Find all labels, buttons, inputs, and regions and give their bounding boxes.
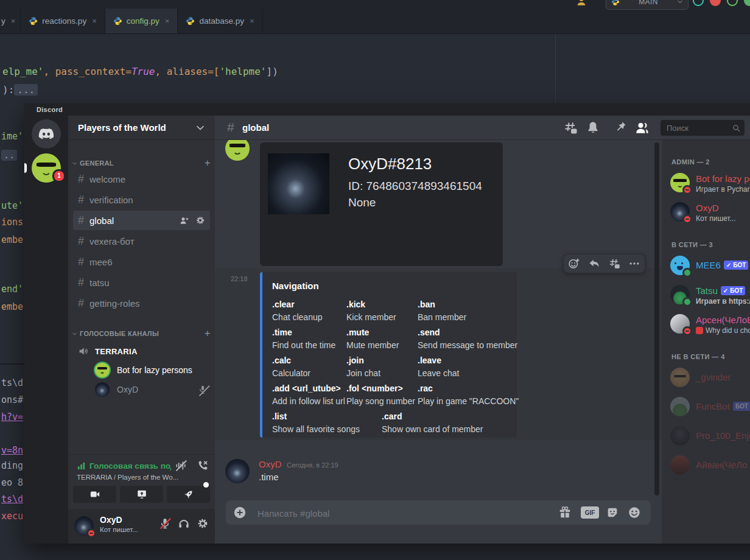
run-config-label: MAIN [625,0,672,6]
console-divider [0,363,24,365]
code-token: , aliases=[ [155,66,219,77]
search-input[interactable] [665,123,732,133]
voice-channel-name: TERRARIA [95,347,138,356]
channel-verification[interactable]: # verification [73,190,210,209]
tab-database[interactable]: database.py × [178,9,262,33]
member-row[interactable]: Bot for lazy pers Играет в Pycharm [667,170,750,197]
channel-name: global [89,215,114,226]
voice-user-bot[interactable]: Bot for lazy persons [95,362,192,379]
sticker-icon[interactable] [606,506,619,519]
voice-user-oxyd[interactable]: OxyD [95,381,208,398]
screenshare-button[interactable] [120,486,163,503]
ide-run-icon[interactable] [727,0,738,6]
category-label: GENERAL [80,159,114,167]
window-titlebar[interactable]: Discord [24,103,750,116]
chevron-down-icon [195,123,205,133]
video-button[interactable] [73,486,116,503]
notifications-icon[interactable] [586,121,600,135]
tab-config[interactable]: config.py × [105,9,178,33]
channel-vexera-bot[interactable]: # vexera-бот [73,231,210,251]
member-row[interactable]: Айван(ЧеЛо [667,453,750,480]
gif-picker-icon[interactable]: GIF [581,506,599,519]
category-general[interactable]: GENERAL + [72,157,211,169]
member-row[interactable]: _gvinder [667,365,750,392]
avatar[interactable] [225,140,250,161]
channel-global[interactable]: # global [73,211,210,230]
home-server-button[interactable] [32,119,61,149]
member-row[interactable]: Pro_100_Enjo [667,424,750,450]
window-title: Discord [37,106,63,113]
reply-icon[interactable] [588,257,600,270]
member-list-toggle-icon[interactable] [635,121,650,135]
code-fold-region[interactable]: ... [14,84,38,96]
server-header[interactable]: Players of the World [68,116,215,140]
member-row[interactable]: Tatsu ✓БОТ Играет в https:// [667,282,750,309]
settings-icon[interactable] [197,517,209,530]
message-input[interactable] [256,500,490,526]
bot-badge: ✓БОТ [724,261,748,270]
attach-icon[interactable] [233,506,247,519]
emoji-icon[interactable] [628,506,641,519]
custom-status-emoji [696,327,703,334]
embed-title: Navigation [272,281,319,291]
create-channel-icon[interactable]: + [205,157,211,169]
member-name: FuncBot [696,401,730,411]
member-row[interactable]: FuncBot БОТ [667,394,750,421]
activities-button[interactable] [167,486,210,503]
signal-icon [77,461,86,471]
ide-debug-icon[interactable] [710,0,721,6]
chevron-down-icon [72,331,77,337]
create-channel-icon[interactable]: + [205,327,211,340]
gift-icon[interactable] [558,506,572,519]
member-row[interactable]: Арсен(ЧеЛоВ Why did u cho [667,312,750,338]
profile-extra: None [348,196,376,209]
headphones-icon[interactable] [178,517,190,530]
voice-channel-terraria[interactable]: TERRARIA [78,342,138,360]
member-name: Айван(ЧеЛо [696,460,747,470]
member-section-online: В СЕТИ — 3 [671,241,713,248]
member-row[interactable]: MEE6 ✓БОТ [667,253,750,280]
voice-user-name: Bot for lazy persons [117,365,192,375]
code-fold-region[interactable]: .. [1,150,17,161]
profile-thumbnail[interactable] [268,153,329,214]
channel-settings-icon[interactable] [195,215,205,225]
avatar [670,455,690,475]
user-widget-icon[interactable] [575,0,588,7]
message-author[interactable]: OxyD [259,459,282,469]
message-actions-toolbar [563,254,645,273]
add-reaction-icon[interactable] [568,257,580,270]
tab-reactions[interactable]: reactions.py × [21,9,105,33]
close-icon[interactable]: × [11,16,16,26]
close-icon[interactable]: × [165,16,170,26]
code-fragment: end' [1,284,23,295]
chat-scrollbar[interactable] [654,142,659,495]
create-thread-icon[interactable] [608,257,620,270]
ide-profile-icon[interactable] [744,0,750,6]
category-voice[interactable]: ГОЛОСОВЫЕ КАНАЛЫ + [72,327,211,340]
ide-restart-icon[interactable] [693,0,704,6]
tab-partial[interactable]: y × [0,9,21,33]
mic-muted-icon[interactable] [159,517,171,530]
run-config-dropdown[interactable]: MAIN [606,0,689,10]
console-link-fragment[interactable]: h?v= [1,411,23,422]
message-timestamp: Сегодня, в 22:19 [287,461,338,469]
console-link-fragment[interactable]: ts\d [1,494,23,505]
channel-mee6[interactable]: # mee6 [73,252,210,271]
noise-suppression-icon[interactable] [175,460,187,472]
avatar[interactable] [225,459,250,483]
close-icon[interactable]: × [92,16,97,26]
channel-tatsu[interactable]: # tatsu [73,273,210,292]
hash-icon: # [78,235,84,248]
close-icon[interactable]: × [250,16,254,26]
channel-name: tatsu [89,278,110,288]
pinned-messages-icon[interactable] [614,121,627,134]
search-box[interactable] [661,120,745,136]
console-link-fragment[interactable]: v=8n [1,445,23,456]
member-row[interactable]: OxyD Кот пишет... [667,200,750,226]
invite-people-icon[interactable] [180,215,189,225]
channel-getting-roles[interactable]: # getting-roles [73,293,210,313]
disconnect-icon[interactable] [197,460,209,472]
more-icon[interactable] [628,257,640,270]
channel-welcome[interactable]: # welcome [73,169,210,189]
threads-icon[interactable] [563,121,578,135]
